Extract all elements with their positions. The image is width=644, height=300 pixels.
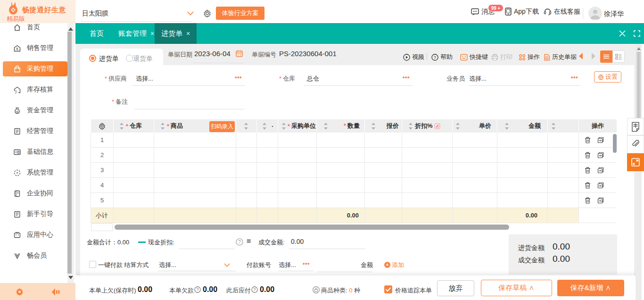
svg-text:?: ? <box>254 287 256 292</box>
svg-text:$: $ <box>16 47 18 51</box>
svg-text:?: ? <box>434 55 436 59</box>
svg-text:?: ? <box>197 287 199 292</box>
svg-text:?: ? <box>238 240 241 245</box>
